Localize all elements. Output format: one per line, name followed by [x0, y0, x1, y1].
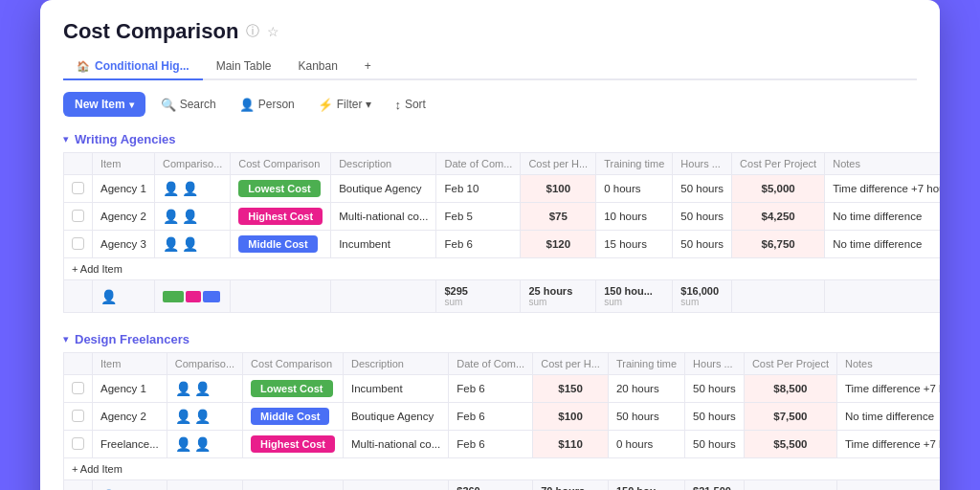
- cell-item: Agency 3: [93, 231, 155, 258]
- cost-badge: Highest Cost: [238, 208, 323, 225]
- section-title-writing-agencies[interactable]: Writing Agencies: [75, 132, 175, 146]
- row-checkbox[interactable]: [72, 182, 84, 194]
- cost-badge: Middle Cost: [251, 408, 329, 425]
- cell-item: Agency 2: [93, 403, 167, 431]
- app-window: Cost Comparison ⓘ ☆ 🏠 Conditional Hig...…: [40, 0, 940, 490]
- col-header-0: Item: [93, 153, 155, 175]
- sum-cell-10: [836, 480, 940, 491]
- person-avatar2: 👤: [194, 409, 211, 424]
- col-header-3: Description: [343, 353, 448, 375]
- title-row: Cost Comparison ⓘ ☆: [63, 19, 917, 44]
- cost-badge: Lowest Cost: [251, 380, 332, 397]
- row-checkbox[interactable]: [72, 410, 84, 422]
- sum-cost-per-h: $360: [457, 485, 479, 490]
- col-header-6: Training time: [608, 353, 684, 375]
- sum-cell-9: [744, 480, 836, 491]
- tab-conditional-label: Conditional Hig...: [95, 59, 189, 73]
- cell-date: Feb 6: [436, 231, 521, 258]
- table-row: Agency 2👤 👤Highest CostMulti-national co…: [64, 203, 941, 231]
- cell-hours: 50 hours: [673, 231, 732, 258]
- search-button[interactable]: 🔍 Search: [153, 93, 224, 117]
- table-row: Freelance...👤 👤Highest CostMulti-nationa…: [64, 431, 941, 458]
- col-header-1: Compariso...: [154, 153, 230, 175]
- person-avatar: 👤: [175, 409, 191, 424]
- col-header-8: Cost Per Project: [732, 153, 825, 175]
- row-checkbox[interactable]: [72, 382, 84, 394]
- section-title-design-freelancers[interactable]: Design Freelancers: [75, 332, 189, 346]
- sum-cell-2: [167, 480, 242, 491]
- tab-kanban[interactable]: Kanban: [284, 54, 350, 80]
- person-button[interactable]: 👤 Person: [232, 93, 302, 117]
- home-icon: 🏠: [77, 60, 90, 73]
- info-icon[interactable]: ⓘ: [246, 23, 259, 40]
- person-avatar2: 👤: [182, 236, 198, 252]
- sum-cell-9: [732, 280, 825, 313]
- cell-notes: Time difference +7 hours: [836, 375, 940, 403]
- sum-hours: 150 hou...: [604, 285, 653, 297]
- filter-button[interactable]: ⚡ Filter ▾: [310, 93, 380, 117]
- cell-notes: Time difference +7 hours: [836, 431, 940, 458]
- row-checkbox[interactable]: [72, 437, 84, 450]
- tab-main-table[interactable]: Main Table: [203, 54, 285, 80]
- sum-label-proj: sum: [680, 297, 724, 307]
- tab-add[interactable]: +: [351, 54, 385, 80]
- col-checkbox: [64, 153, 93, 175]
- person-avatar2: 👤: [194, 381, 211, 396]
- cell-training: 20 hours: [608, 375, 684, 403]
- sum-cell-3: [231, 280, 331, 313]
- section-writing-agencies: ▾ Writing Agencies ItemCompariso...Cost …: [63, 132, 917, 313]
- search-icon: 🔍: [161, 98, 176, 112]
- summary-row: 👤 $295sum25 hourssum150 hou...sum$16,000…: [64, 280, 941, 313]
- bar-middle: [203, 291, 220, 302]
- table-writing-agencies: ItemCompariso...Cost ComparisonDescripti…: [63, 152, 940, 313]
- cell-cost-comparison: Lowest Cost: [243, 375, 344, 403]
- cell-cost-per-hour: $100: [521, 175, 596, 203]
- cell-description: Boutique Agency: [331, 175, 436, 203]
- sort-label: Sort: [405, 98, 426, 111]
- col-header-0: Item: [93, 353, 167, 375]
- cell-cost-project: $8,500: [744, 375, 836, 403]
- add-item-row[interactable]: + Add Item: [64, 258, 941, 280]
- add-item-row[interactable]: + Add Item: [64, 458, 941, 480]
- cell-cost-project: $6,750: [732, 231, 825, 258]
- tab-conditional[interactable]: 🏠 Conditional Hig...: [63, 54, 203, 80]
- cell-description: Multi-national co...: [343, 431, 448, 458]
- sum-cell-5: $295sum: [436, 280, 521, 313]
- cell-hours: 50 hours: [685, 431, 745, 458]
- sum-cell-1: 👤: [93, 280, 155, 313]
- col-header-7: Hours ...: [673, 153, 732, 175]
- new-item-chevron: ▾: [129, 100, 134, 110]
- cell-date: Feb 5: [436, 203, 521, 231]
- sort-icon: ↕: [394, 98, 401, 112]
- table-row: Agency 2👤 👤Middle CostBoutique AgencyFeb…: [64, 403, 941, 431]
- cell-cost-project: $5,000: [732, 175, 825, 203]
- sort-button[interactable]: ↕ Sort: [387, 93, 434, 117]
- col-header-9: Notes: [836, 353, 940, 375]
- cell-cost-comparison: Highest Cost: [243, 431, 344, 458]
- cost-badge: Highest Cost: [251, 435, 335, 453]
- cell-hours: 50 hours: [673, 175, 732, 203]
- cell-cost-comparison: Highest Cost: [231, 203, 331, 231]
- cell-training: 50 hours: [608, 403, 684, 431]
- col-header-5: Cost per H...: [533, 353, 609, 375]
- cell-comparison: 👤 👤: [154, 175, 230, 203]
- row-checkbox[interactable]: [72, 237, 84, 250]
- section-chevron-design-freelancers[interactable]: ▾: [63, 333, 69, 345]
- row-checkbox[interactable]: [72, 210, 84, 222]
- section-chevron-writing-agencies[interactable]: ▾: [63, 133, 69, 145]
- sum-cell-3: [243, 480, 344, 491]
- sum-cell-10: [825, 280, 940, 313]
- section-design-freelancers: ▾ Design Freelancers ItemCompariso...Cos…: [63, 332, 917, 490]
- cell-date: Feb 6: [449, 431, 533, 458]
- sum-cell-4: [331, 280, 436, 313]
- toolbar: New Item ▾ 🔍 Search 👤 Person ⚡ Filter ▾ …: [63, 92, 917, 117]
- cell-cost-per-hour: $150: [533, 375, 609, 403]
- new-item-button[interactable]: New Item ▾: [63, 92, 145, 117]
- person-avatar: 👤: [175, 381, 191, 396]
- sum-cell-8: $16,000sum: [673, 280, 732, 313]
- person-avatar: 👤: [163, 209, 179, 224]
- cell-cost-comparison: Middle Cost: [243, 403, 344, 431]
- cell-training: 0 hours: [596, 175, 673, 203]
- star-icon[interactable]: ☆: [267, 24, 279, 39]
- sum-cell-8: $21,500sum: [685, 480, 745, 491]
